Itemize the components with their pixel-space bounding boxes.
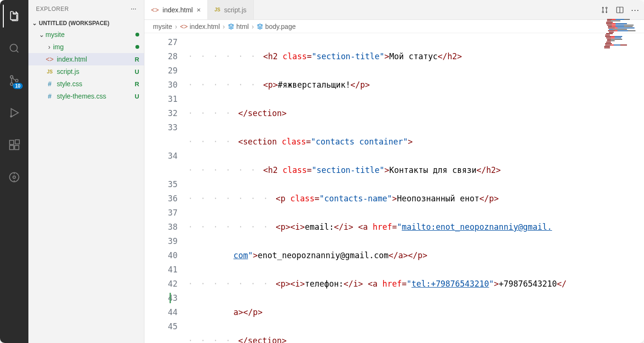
git-status: R xyxy=(135,81,139,88)
css-file-icon: # xyxy=(45,80,54,88)
explorer-sidebar: EXPLORER ⋯ ⌄ UNTITLED (WORKSPACE) ⌄ mysi… xyxy=(28,0,144,343)
tab-script-js[interactable]: JS script.js xyxy=(208,0,254,19)
svg-rect-5 xyxy=(9,140,14,144)
tab-label: script.js xyxy=(224,6,246,14)
breadcrumb-folder[interactable]: mysite xyxy=(153,23,172,30)
scm-badge: 10 xyxy=(13,83,23,89)
svg-point-10 xyxy=(13,176,15,178)
chevron-down-icon: ⌄ xyxy=(38,31,45,38)
file-label: style.css xyxy=(57,80,135,88)
git-changes-dot-icon xyxy=(135,33,139,36)
activity-bar: 10 xyxy=(0,0,28,343)
search-icon[interactable] xyxy=(3,37,26,60)
file-index-html[interactable]: <> index.html R xyxy=(28,53,144,65)
tab-index-html[interactable]: <> index.html × xyxy=(144,0,208,19)
html-file-icon: <> xyxy=(180,23,188,30)
git-changes-dot-icon xyxy=(135,45,139,49)
split-editor-icon[interactable] xyxy=(616,6,624,14)
folder-img[interactable]: › img xyxy=(28,41,144,53)
code-area[interactable]: <h2 class="section-title">Мой статус</h2… xyxy=(188,33,644,343)
chevron-right-icon: › xyxy=(45,43,53,51)
source-control-icon[interactable]: 10 xyxy=(3,69,26,92)
file-label: style-themes.css xyxy=(57,92,135,100)
file-style-css[interactable]: # style.css R xyxy=(28,78,144,90)
workspace-label: UNTITLED (WORKSPACE) xyxy=(39,20,109,27)
svg-point-0 xyxy=(10,44,17,51)
compare-changes-icon[interactable] xyxy=(600,6,609,14)
breadcrumb: mysite › <> index.html › html › body.pag… xyxy=(144,20,644,33)
sidebar-more-icon[interactable]: ⋯ xyxy=(131,6,137,12)
symbol-icon xyxy=(228,23,234,30)
js-file-icon: JS xyxy=(45,69,54,74)
workspace-header[interactable]: ⌄ UNTITLED (WORKSPACE) xyxy=(28,18,144,28)
chevron-right-icon: › xyxy=(251,23,254,30)
folder-label: mysite xyxy=(45,31,135,38)
breadcrumb-html[interactable]: html xyxy=(228,23,249,30)
tab-bar: <> index.html × JS script.js ⋯ xyxy=(144,0,644,20)
svg-point-12 xyxy=(606,7,607,9)
editor-group: <> index.html × JS script.js ⋯ mysite › … xyxy=(144,0,644,343)
svg-rect-8 xyxy=(15,140,19,144)
explorer-icon[interactable] xyxy=(3,5,26,27)
chevron-right-icon: › xyxy=(175,23,177,30)
file-style-themes-css[interactable]: # style-themes.css U xyxy=(28,90,144,102)
tab-label: index.html xyxy=(162,6,193,14)
svg-point-4 xyxy=(10,115,12,117)
more-icon[interactable]: ⋯ xyxy=(631,5,639,15)
folder-mysite[interactable]: ⌄ mysite xyxy=(28,28,144,41)
git-status: R xyxy=(135,56,139,63)
html-file-icon: <> xyxy=(45,55,54,63)
sidebar-title: EXPLORER xyxy=(36,6,69,12)
svg-point-11 xyxy=(602,11,604,13)
file-label: index.html xyxy=(57,55,135,63)
line-gutter: 27 28 29 30 31 32 33 . 34 . 35 36 37 38 … xyxy=(144,33,188,343)
git-status: U xyxy=(135,93,139,100)
css-file-icon: # xyxy=(45,92,54,100)
tab-actions: ⋯ xyxy=(600,0,644,19)
close-icon[interactable]: × xyxy=(197,6,201,14)
chevron-right-icon: › xyxy=(223,23,225,30)
git-status: U xyxy=(135,68,139,75)
code-editor[interactable]: 27 28 29 30 31 32 33 . 34 . 35 36 37 38 … xyxy=(144,33,644,343)
symbol-icon xyxy=(257,23,263,30)
folder-label: img xyxy=(53,43,135,51)
svg-rect-7 xyxy=(15,145,19,150)
js-file-icon: JS xyxy=(215,7,220,12)
debug-icon[interactable] xyxy=(3,101,26,124)
svg-rect-6 xyxy=(9,145,14,150)
breadcrumb-body[interactable]: body.page xyxy=(257,23,295,30)
breadcrumb-file[interactable]: <> index.html xyxy=(180,23,220,30)
chevron-down-icon: ⌄ xyxy=(32,20,37,27)
file-label: script.js xyxy=(57,68,135,75)
svg-point-3 xyxy=(16,79,18,81)
html-file-icon: <> xyxy=(151,6,159,14)
file-tree: ⌄ mysite › img <> index.html R JS script… xyxy=(28,28,144,102)
timeline-icon[interactable] xyxy=(3,166,26,189)
extensions-icon[interactable] xyxy=(3,134,26,156)
file-script-js[interactable]: JS script.js U xyxy=(28,65,144,78)
